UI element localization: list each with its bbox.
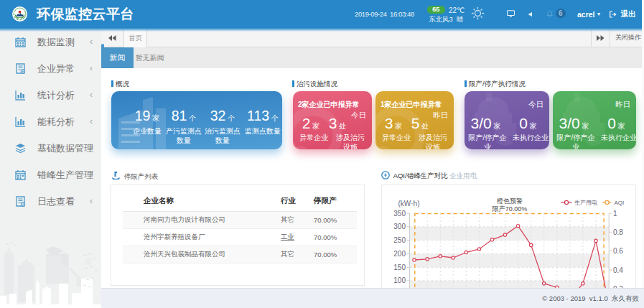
svg-text:0.4: 0.4 [613,266,623,274]
svg-text:100: 100 [393,276,406,284]
svg-text:250: 250 [393,236,406,244]
svg-text:生产用电: 生产用电 [574,200,597,206]
svg-text:AQI: AQI [614,200,624,206]
svg-text:300: 300 [393,223,406,230]
svg-text:350: 350 [393,210,406,218]
svg-text:0.8: 0.8 [613,228,623,236]
svg-text:限产70.00%: 限产70.00% [492,205,527,213]
svg-text:橙色预警: 橙色预警 [497,197,523,205]
svg-text:200: 200 [393,250,406,258]
svg-text:(kW·h): (kW·h) [398,200,419,207]
svg-text:1: 1 [613,210,617,218]
svg-text:150: 150 [393,263,406,271]
svg-text:0.6: 0.6 [613,247,623,255]
